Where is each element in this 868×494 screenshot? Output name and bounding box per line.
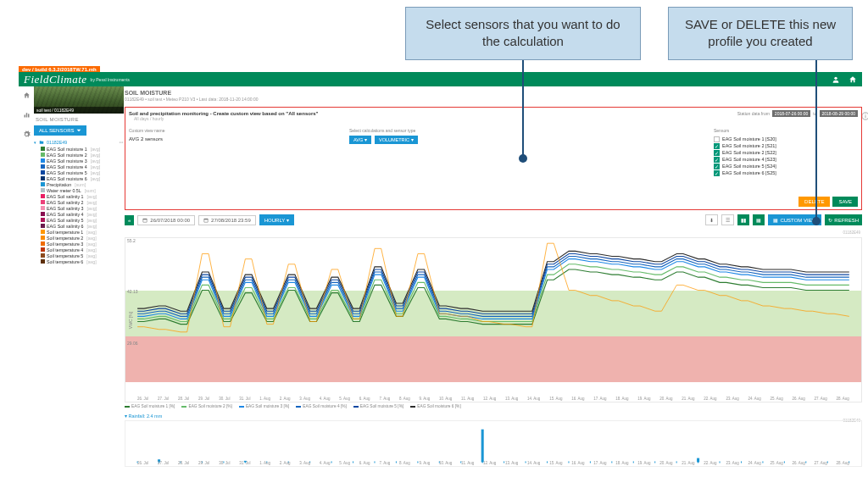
station-data-range: Station data from 2018-07-26 00:00 to 20… <box>737 110 858 117</box>
gear-icon[interactable] <box>23 130 31 140</box>
tree-item[interactable]: Soil temperature 5[avg] <box>34 253 124 258</box>
hourly-button[interactable]: HOURLY ▾ <box>259 214 295 225</box>
sensors-label: Sensors <box>714 128 858 133</box>
tree-item[interactable]: EAG Soil salinity 1[avg] <box>34 193 124 199</box>
sensor-checklist: EAG Soil moisture 1 [S20]✓EAG Soil moist… <box>714 136 858 176</box>
moisture-chart[interactable]: 55.242.1329.06 VWC [%] 26. Jul27. Jul28.… <box>125 237 862 402</box>
svg-point-5 <box>121 142 122 143</box>
tree-item[interactable]: EAG Soil moisture 1[avg] <box>34 146 124 152</box>
custom-name-input[interactable]: AVG 2 sensors <box>129 136 298 142</box>
tree-item[interactable]: EAG Soil salinity 6[avg] <box>34 223 124 229</box>
chart-toolbar: « 26/07/2018 00:00 27/08/2018 23:59 HOUR… <box>125 214 862 225</box>
logo-subtitle: by Pessl Instruments <box>91 77 130 82</box>
tree-item[interactable]: EAG Soil salinity 3[avg] <box>34 205 124 211</box>
app-header: FieldClimate by Pessl Instruments <box>19 72 862 86</box>
station-label: soil test / 01182E49 <box>34 107 124 114</box>
svg-rect-9 <box>865 114 866 115</box>
sensor-checkbox-row[interactable]: ✓EAG Soil moisture 6 [S25] <box>714 169 858 176</box>
chart-nav-icon[interactable] <box>23 111 31 120</box>
sensor-checkbox-row[interactable]: EAG Soil moisture 1 [S20] <box>714 136 858 142</box>
annotation-sensors: Select sensors that you want to do the c… <box>405 7 641 60</box>
svg-rect-3 <box>28 114 30 117</box>
section-title: SOIL MOISTURE <box>34 114 124 124</box>
name-label: Custom view name <box>129 128 298 133</box>
download-button[interactable]: ⬇ <box>705 214 718 225</box>
tree-item[interactable]: EAG Soil moisture 3[avg] <box>34 158 124 164</box>
bar-view-button[interactable]: ▮▮ <box>737 214 749 225</box>
sensor-tree: ▾ 01182E49 EAG Soil moisture 1[avg]EAG S… <box>34 139 124 264</box>
tree-item[interactable]: Soil temperature 3[avg] <box>34 241 124 247</box>
tree-item[interactable]: EAG Soil salinity 5[avg] <box>34 217 124 223</box>
rain-x-ticks: 26. Jul27. Jul28. Jul29. Jul30. Jul31. J… <box>137 461 849 465</box>
date-from-input[interactable]: 26/07/2018 00:00 <box>137 215 195 225</box>
tree-item[interactable]: EAG Soil moisture 6[avg] <box>34 175 124 181</box>
export-button[interactable]: ☰ <box>721 214 734 225</box>
svg-rect-8 <box>865 115 866 118</box>
sensor-checkbox-row[interactable]: ✓EAG Soil moisture 5 [S24] <box>714 163 858 169</box>
annotation-dot-1 <box>519 154 527 163</box>
svg-rect-16 <box>481 430 484 463</box>
tree-root[interactable]: ▾ 01182E49 <box>34 139 124 146</box>
annotation-line-1 <box>522 53 524 158</box>
info-icon[interactable] <box>861 112 868 122</box>
x-ticks: 26. Jul27. Jul28. Jul29. Jul30. Jul31. J… <box>137 397 849 401</box>
tree-item[interactable]: EAG Soil moisture 2[avg] <box>34 152 124 158</box>
tree-item[interactable]: Water meter 0.5L[sum] <box>34 187 124 193</box>
rainfall-chart[interactable]: 26. Jul27. Jul28. Jul29. Jul30. Jul31. J… <box>125 420 862 467</box>
custom-view-panel: Soil and precipitation monitoring - Crea… <box>125 107 862 210</box>
chart-meta: 01182E49 <box>843 230 860 235</box>
tree-item[interactable]: EAG Soil moisture 5[avg] <box>34 169 124 175</box>
custom-sub: All days / hourly <box>134 116 318 121</box>
tree-item[interactable]: Soil temperature 4[avg] <box>34 247 124 253</box>
chart-wrap: 01182E49 55.242.1329.06 VWC [%] 26. Jul2… <box>125 230 862 486</box>
main-area: SOIL MOISTURE 01182E49 • soil test • Met… <box>125 86 862 486</box>
refresh-button[interactable]: ↻ REFRESH <box>825 214 862 225</box>
rainfall-title: ▾ Rainfall: 2.4 mm <box>125 414 862 419</box>
svg-rect-1 <box>24 115 25 118</box>
fastback-button[interactable]: « <box>125 215 134 225</box>
tree-item[interactable]: EAG Soil moisture 4[avg] <box>34 164 124 169</box>
delete-button[interactable]: DELETE <box>798 197 830 207</box>
tree-item[interactable]: EAG Soil salinity 2[avg] <box>34 199 124 205</box>
svg-point-7 <box>862 113 868 119</box>
calendar-icon <box>142 218 147 223</box>
icon-rail <box>19 86 34 140</box>
svg-rect-13 <box>204 219 209 219</box>
date-from-chip: 2018-07-26 00:00 <box>772 110 810 117</box>
svg-point-6 <box>122 142 123 143</box>
tree-item[interactable]: Soil temperature 2[avg] <box>34 235 124 241</box>
svg-rect-11 <box>143 219 147 219</box>
logo: FieldClimate <box>24 73 87 86</box>
calc-label: Select calculations and sensor type <box>349 128 502 133</box>
station-thumbnail[interactable]: soil test / 01182E49 <box>34 86 124 114</box>
page-subtitle: 01182E49 • soil test • Meteo P210 V3 • L… <box>125 97 862 102</box>
tree-item[interactable]: EAG Soil salinity 4[avg] <box>34 211 124 217</box>
home-nav-icon[interactable] <box>23 92 31 101</box>
tree-item[interactable]: Soil temperature 1[avg] <box>34 229 124 235</box>
page-header: SOIL MOISTURE 01182E49 • soil test • Met… <box>125 86 862 107</box>
avg-pill[interactable]: AVG ▾ <box>349 136 371 144</box>
svg-point-4 <box>120 142 120 143</box>
date-to-chip: 2018-08-29 00:00 <box>820 110 858 117</box>
grid-view-button[interactable]: ▦ <box>753 214 765 225</box>
volumetric-pill[interactable]: VOLUMETRIC ▾ <box>375 136 418 144</box>
ellipsis-icon[interactable] <box>119 140 124 145</box>
save-button[interactable]: SAVE <box>832 197 858 207</box>
sensor-checkbox-row[interactable]: ✓EAG Soil moisture 4 [S23] <box>714 156 858 163</box>
annotation-line-2 <box>815 53 817 221</box>
tree-item[interactable]: Soil temperature 6[avg] <box>34 258 124 264</box>
svg-point-0 <box>834 76 837 79</box>
page-title: SOIL MOISTURE <box>125 90 862 96</box>
date-to-input[interactable]: 27/08/2018 23:59 <box>198 215 256 225</box>
calendar-icon <box>203 218 209 223</box>
home-icon[interactable] <box>849 75 857 84</box>
sensor-checkbox-row[interactable]: ✓EAG Soil moisture 2 [S21] <box>714 142 858 149</box>
tree-item[interactable]: Precipitation[sum] <box>34 181 124 187</box>
user-icon[interactable] <box>832 75 840 84</box>
annotation-savedel: SAVE or DELETE this new profile you crea… <box>668 7 853 60</box>
sensor-checkbox-row[interactable]: ✓EAG Soil moisture 2 [S22] <box>714 149 858 156</box>
all-sensors-button[interactable]: ALL SENSORS <box>34 125 86 136</box>
left-panel: soil test / 01182E49 SOIL MOISTURE ALL S… <box>34 86 124 264</box>
annotation-dot-2 <box>812 217 821 225</box>
folder-icon <box>39 140 44 145</box>
